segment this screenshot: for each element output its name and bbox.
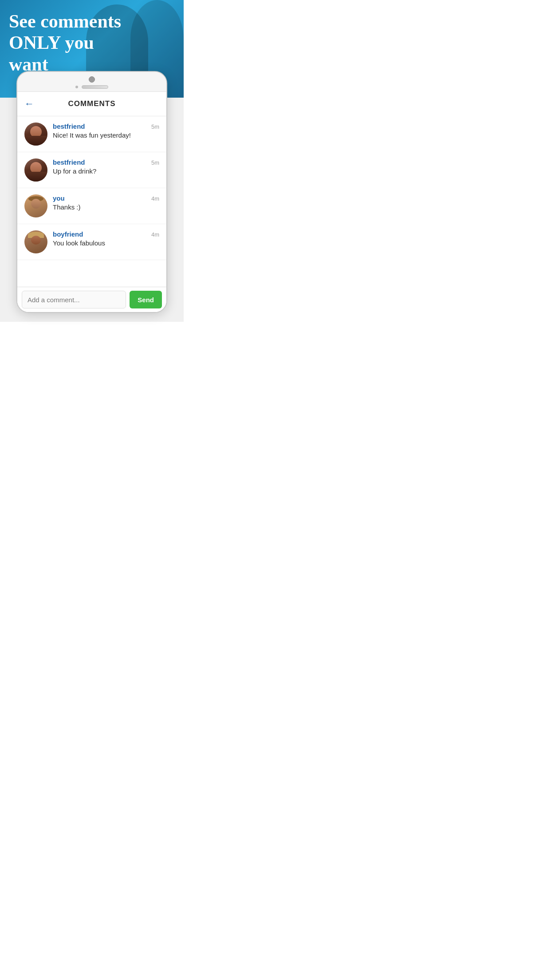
lower-area: ← COMMENTS bestfriend Nice! It was fun y… (0, 71, 184, 322)
comment-time-2: 5m (151, 158, 159, 166)
comment-input[interactable] (22, 291, 126, 308)
comment-content-2: bestfriend Up for a drink? (53, 158, 146, 175)
comment-username-2: bestfriend (53, 158, 146, 166)
avatar-bestfriend-2 (24, 158, 47, 182)
back-button[interactable]: ← (24, 98, 34, 110)
comment-content-4: boyfriend You look fabulous (53, 230, 146, 247)
comment-time-4: 4m (151, 230, 159, 238)
avatar-you (24, 194, 47, 217)
comment-time-3: 4m (151, 194, 159, 202)
comment-text-1: Nice! It was fun yesterday! (53, 131, 146, 139)
comment-text-2: Up for a drink? (53, 167, 146, 175)
comments-screen-title: COMMENTS (68, 99, 115, 108)
comment-item: bestfriend Nice! It was fun yesterday! 5… (17, 116, 166, 152)
hero-headline: See comments ONLY you want (9, 11, 125, 75)
comment-input-bar: Send (17, 287, 166, 312)
comments-header: ← COMMENTS (17, 92, 166, 116)
phone-home-pill (82, 85, 108, 89)
comment-username-1: bestfriend (53, 122, 146, 130)
comments-screen: ← COMMENTS bestfriend Nice! It was fun y… (17, 92, 166, 312)
comment-item: bestfriend Up for a drink? 5m (17, 152, 166, 188)
phone-camera-icon (89, 76, 95, 83)
avatar-boyfriend (24, 230, 47, 253)
phone-home-bar (75, 85, 108, 89)
comment-item: boyfriend You look fabulous 4m (17, 224, 166, 260)
comment-username-3: you (53, 194, 146, 202)
page-wrapper: See comments ONLY you want ← (0, 0, 184, 322)
comment-text-4: You look fabulous (53, 239, 146, 247)
comment-content-3: you Thanks :) (53, 194, 146, 211)
comment-content-1: bestfriend Nice! It was fun yesterday! (53, 122, 146, 139)
avatar-bestfriend-1 (24, 122, 47, 146)
phone-home-dot (75, 86, 78, 88)
comment-time-1: 5m (151, 122, 159, 130)
comments-spacer (17, 260, 166, 287)
send-button[interactable]: Send (130, 291, 162, 308)
comment-item: you Thanks :) 4m (17, 188, 166, 224)
phone-mockup: ← COMMENTS bestfriend Nice! It was fun y… (16, 71, 167, 313)
comment-username-4: boyfriend (53, 230, 146, 238)
phone-top-bar (17, 72, 166, 92)
phone-mockup-wrapper: ← COMMENTS bestfriend Nice! It was fun y… (0, 71, 184, 313)
comment-text-3: Thanks :) (53, 203, 146, 211)
